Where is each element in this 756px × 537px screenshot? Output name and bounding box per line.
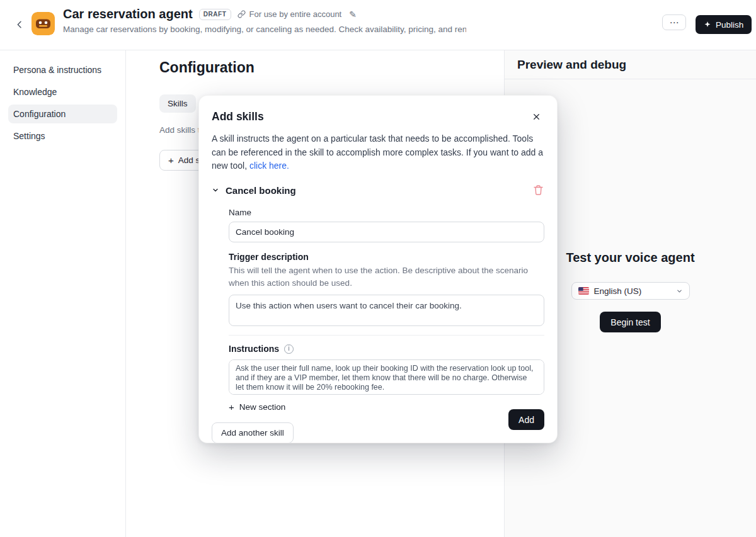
skill-body: Name Trigger description This will tell … [229,208,544,412]
trash-icon [534,185,543,195]
skill-collapse-header[interactable]: Cancel booking [212,184,544,196]
preview-header: Preview and debug [505,50,756,79]
section-divider [229,335,544,336]
us-flag-icon [578,287,589,295]
account-scope-icon [238,10,246,18]
scope-label: For use by entire account [238,9,342,19]
title-row: Car reservation agent DRAFT For use by e… [63,7,357,21]
trigger-description-label: Trigger description [229,252,544,262]
instructions-label-row: Instructions i [229,344,544,354]
agent-avatar [32,12,55,35]
agent-description: Manage car reservations by booking, modi… [63,25,466,34]
close-icon [532,113,541,121]
add-button[interactable]: Add [508,409,544,430]
instructions-label: Instructions [229,344,279,354]
modal-header: Add skills [212,108,544,125]
skill-name-input[interactable] [229,222,544,242]
add-skills-modal: Add skills A skill instructs the agent o… [198,95,558,443]
sidebar: Persona & instructions Knowledge Configu… [0,50,126,537]
plus-icon: + [229,402,234,412]
sidebar-item-knowledge[interactable]: Knowledge [8,82,117,101]
tab-skills[interactable]: Skills [159,94,196,113]
more-options-button[interactable]: ⋯ [662,14,686,30]
add-tool-link[interactable]: click here. [249,161,289,171]
new-section-label: New section [239,402,286,412]
name-label: Name [229,208,544,217]
section-title: Configuration [159,59,255,76]
add-another-skill-button[interactable]: Add another skill [212,422,294,443]
trigger-description-help: This will tell the agent when to use the… [229,264,544,289]
language-value: English (US) [594,286,642,296]
skill-title: Cancel booking [226,185,296,196]
modal-title: Add skills [212,110,264,123]
chevron-down-icon [676,288,683,295]
chevron-left-icon [14,20,25,30]
begin-test-button[interactable]: Begin test [600,312,660,332]
instructions-textarea[interactable]: Ask the user their full name, look up th… [229,359,544,395]
close-button[interactable] [528,108,544,125]
publish-label: Publish [716,20,743,30]
language-select[interactable]: English (US) [571,282,690,300]
new-section-button[interactable]: + New section [229,402,285,412]
robot-face-icon [32,12,55,35]
preview-title: Preview and debug [517,58,626,72]
sidebar-item-settings[interactable]: Settings [8,127,117,145]
sparkle-icon [704,21,711,28]
chevron-down-icon [212,186,219,194]
sidebar-item-configuration[interactable]: Configuration [8,105,117,123]
status-badge: DRAFT [199,9,231,20]
ellipsis-icon: ⋯ [670,18,679,27]
sidebar-item-persona-instructions[interactable]: Persona & instructions [8,60,117,79]
scope-text: For use by entire account [249,9,342,19]
back-button[interactable] [11,16,28,33]
publish-button[interactable]: Publish [696,15,752,34]
plus-icon: + [168,155,174,165]
trigger-description-textarea[interactable]: Use this action when users want to cance… [229,295,544,326]
app-header: Car reservation agent DRAFT For use by e… [0,0,756,50]
modal-description: A skill instructs the agent on a particu… [212,132,544,173]
page-title: Car reservation agent [63,7,193,21]
info-icon[interactable]: i [284,344,294,354]
delete-skill-button[interactable] [532,184,544,196]
edit-pencil-icon[interactable]: ✎ [349,10,357,19]
